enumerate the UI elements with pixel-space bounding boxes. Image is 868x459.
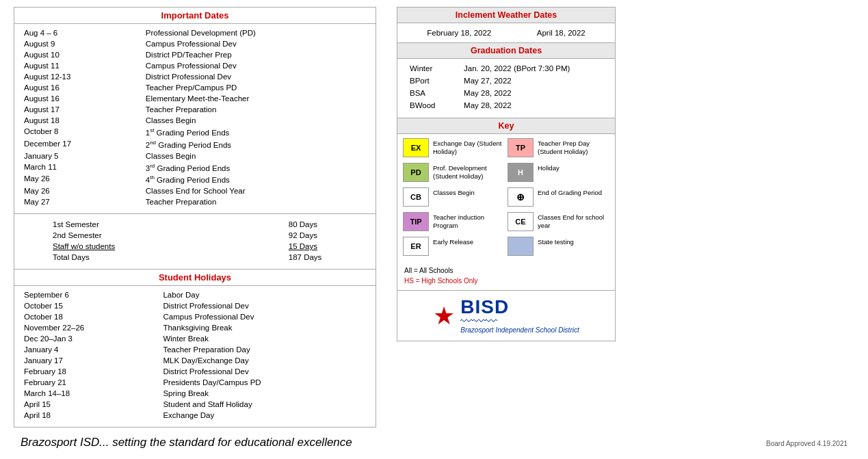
key-item: ⊕ End of Grading Period — [508, 187, 609, 207]
grad-school: BSA — [406, 88, 458, 99]
date-cell: May 26 — [21, 174, 142, 185]
graduation-row: BSAMay 28, 2022 — [406, 88, 607, 99]
summary-row: 1st Semester80 Days — [50, 220, 369, 229]
summary-value: 80 Days — [289, 220, 317, 228]
event-cell: Campus Professional Dev — [143, 61, 369, 70]
bisd-title: BISD — [460, 298, 579, 317]
holiday-event-cell: Campus Professional Dev — [160, 312, 369, 322]
event-cell: Teacher Prep/Campus PD — [143, 83, 369, 92]
key-header: Key — [397, 118, 615, 134]
summary-value: 187 Days — [289, 253, 322, 261]
bisd-text-block: BISD 〰〰〰 Brazosport Independent School D… — [460, 298, 579, 334]
date-cell: May 26 — [21, 186, 142, 196]
important-date-row: August 16Teacher Prep/Campus PD — [21, 83, 369, 92]
key-notes: All = All Schools HS = High Schools Only — [397, 263, 615, 290]
important-date-row: August 10District PD/Teacher Prep — [21, 50, 369, 60]
footer-approved: Board Approved 4.19.2021 — [766, 440, 847, 447]
holiday-row: January 17MLK Day/Exchange Day — [21, 356, 369, 365]
event-cell: 4th Grading Period Ends — [143, 174, 369, 185]
key-box-gp: ⊕ — [508, 187, 534, 207]
graduation-table: WinterJan. 20, 2022 (BPort 7:30 PM)BPort… — [397, 59, 615, 118]
grad-date: Jan. 20, 2022 (BPort 7:30 PM) — [460, 63, 607, 74]
grad-school: BPort — [406, 75, 458, 86]
date-cell: August 16 — [21, 83, 142, 92]
holiday-row: March 14–18Spring Break — [21, 389, 369, 398]
summary-value: 15 Days — [289, 242, 317, 250]
summary-label: 2nd Semester — [53, 231, 102, 239]
bisd-logo: ★ BISD 〰〰〰 Brazosport Independent School… — [433, 298, 579, 334]
holiday-event-cell: District Professional Dev — [160, 301, 369, 311]
holiday-event-cell: Spring Break — [160, 389, 369, 398]
holiday-event-cell: Student and Staff Holiday — [160, 399, 369, 409]
event-cell: 3rd Grading Period Ends — [143, 162, 369, 173]
event-cell: Campus Professional Dev — [143, 39, 369, 49]
summary-row: Staff w/o students15 Days — [50, 241, 369, 251]
holiday-event-cell: Thanksgiving Break — [160, 323, 369, 332]
holiday-event-cell: Presidents Day/Campus PD — [160, 378, 369, 387]
key-item: PD Prof. Development (Student Holiday) — [403, 163, 505, 182]
holiday-date-cell: February 18 — [21, 367, 159, 376]
key-note-all: All = All Schools — [404, 265, 608, 276]
holiday-date-cell: April 15 — [21, 399, 159, 409]
holiday-row: September 6Labor Day — [21, 290, 369, 300]
key-item: CB Classes Begin — [403, 187, 505, 207]
holiday-row: October 15District Professional Dev — [21, 301, 369, 311]
holiday-date-cell: January 4 — [21, 345, 159, 354]
holiday-row: Dec 20–Jan 3Winter Break — [21, 334, 369, 343]
important-date-row: Aug 4 – 6Professional Development (PD) — [21, 28, 369, 38]
key-box-er: ER — [403, 237, 429, 256]
important-date-row: March 113rd Grading Period Ends — [21, 162, 369, 173]
key-item: CE Classes End for school year — [508, 212, 609, 231]
holiday-date-cell: Dec 20–Jan 3 — [21, 334, 159, 343]
key-item-label: Classes End for school year — [538, 212, 609, 231]
left-panel: Important Dates Aug 4 – 6Professional De… — [14, 7, 376, 428]
bisd-star-icon: ★ — [433, 304, 455, 328]
bisd-waves-icon: 〰〰〰 — [460, 317, 579, 326]
key-grid: EX Exchange Day (Student Holiday) TP Tea… — [397, 134, 615, 263]
summary-table: 1st Semester80 Days2nd Semester92 DaysSt… — [49, 218, 370, 263]
date-cell: August 17 — [21, 105, 142, 114]
key-box-ex: EX — [403, 138, 429, 157]
date-cell: August 18 — [21, 116, 142, 125]
footer-tagline: Brazosport ISD... setting the standard f… — [21, 436, 352, 449]
date-cell: January 5 — [21, 151, 142, 161]
date-cell: August 12-13 — [21, 72, 142, 81]
date-cell: August 16 — [21, 94, 142, 103]
date-cell: August 11 — [21, 61, 142, 70]
footer: Brazosport ISD... setting the standard f… — [14, 436, 854, 449]
important-date-row: August 9Campus Professional Dev — [21, 39, 369, 49]
summary-section: 1st Semester80 Days2nd Semester92 DaysSt… — [14, 213, 376, 269]
holiday-date-cell: November 22–26 — [21, 323, 159, 332]
bisd-subtitle: Brazosport Independent School District — [460, 326, 579, 334]
event-cell: Teacher Preparation — [143, 197, 369, 207]
key-item-label: Classes Begin — [433, 187, 475, 197]
key-item-label: Prof. Development (Student Holiday) — [433, 163, 505, 181]
holiday-date-cell: October 15 — [21, 301, 159, 311]
inclement-date-1: February 18, 2022 — [427, 29, 491, 37]
grad-date: May 28, 2022 — [460, 100, 607, 111]
main-layout: Important Dates Aug 4 – 6Professional De… — [14, 7, 854, 428]
grad-date: May 28, 2022 — [460, 88, 607, 99]
date-cell: August 10 — [21, 50, 142, 60]
graduation-header: Graduation Dates — [397, 43, 615, 59]
grad-school: Winter — [406, 63, 458, 74]
key-box-pd: PD — [403, 163, 429, 182]
event-cell: Professional Development (PD) — [143, 28, 369, 38]
event-cell: Teacher Preparation — [143, 105, 369, 114]
date-cell: August 9 — [21, 39, 142, 49]
date-cell: October 8 — [21, 127, 142, 137]
holiday-event-cell: Exchange Day — [160, 410, 369, 420]
holiday-date-cell: January 17 — [21, 356, 159, 365]
event-cell: District Professional Dev — [143, 72, 369, 81]
event-cell: Classes Begin — [143, 151, 369, 161]
key-item: TIP Teacher Induction Program — [403, 212, 505, 231]
holiday-event-cell: Teacher Preparation Day — [160, 345, 369, 354]
holiday-row: February 18District Professional Dev — [21, 367, 369, 376]
summary-label: 1st Semester — [53, 220, 99, 228]
holiday-row: April 18Exchange Day — [21, 410, 369, 420]
event-cell: 1st Grading Period Ends — [143, 127, 369, 137]
grad-school: BWood — [406, 100, 458, 111]
important-date-row: August 17Teacher Preparation — [21, 105, 369, 114]
key-section: Key EX Exchange Day (Student Holiday) TP… — [397, 118, 615, 291]
key-box-tp: TP — [508, 138, 534, 157]
